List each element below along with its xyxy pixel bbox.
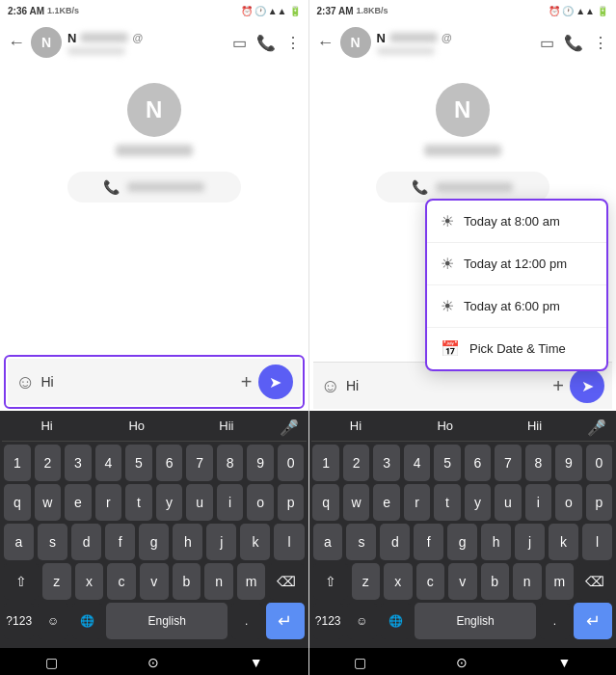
key-b-left[interactable]: b <box>173 563 201 600</box>
key-1-right[interactable]: 1 <box>312 445 338 481</box>
right-period-key[interactable]: . <box>540 603 570 639</box>
key-f-right[interactable]: f <box>414 524 443 560</box>
key-n-left[interactable]: n <box>204 563 233 600</box>
right-send-button[interactable]: ➤ <box>570 368 604 403</box>
key-y-right[interactable]: y <box>465 484 491 521</box>
key-u-left[interactable]: u <box>186 484 213 521</box>
left-back-gesture-icon[interactable]: ▼ <box>250 655 263 670</box>
right-shift-key[interactable]: ⇧ <box>313 563 348 600</box>
key-x-right[interactable]: x <box>384 563 413 600</box>
key-v-left[interactable]: v <box>140 563 169 600</box>
left-space-key[interactable]: English <box>106 603 228 639</box>
key-0-right[interactable]: 0 <box>586 445 612 481</box>
key-t-right[interactable]: t <box>434 484 460 521</box>
right-backspace-key[interactable]: ⌫ <box>577 563 612 600</box>
left-globe-key[interactable]: 🌐 <box>72 603 102 639</box>
key-s-left[interactable]: s <box>38 524 67 560</box>
key-n-right[interactable]: n <box>513 563 542 600</box>
key-e-left[interactable]: e <box>65 484 92 521</box>
schedule-item-6pm[interactable]: ☀ Today at 6:00 pm <box>427 285 606 328</box>
key-a-left[interactable]: a <box>4 524 34 560</box>
key-g-right[interactable]: g <box>447 524 477 560</box>
key-q-right[interactable]: q <box>312 484 338 521</box>
left-emoji-button[interactable]: ☺ <box>15 371 35 393</box>
key-a-right[interactable]: a <box>313 524 343 560</box>
schedule-item-pick-date[interactable]: 📅 Pick Date & Time <box>427 328 606 369</box>
key-6-left[interactable]: 6 <box>156 445 183 481</box>
key-0-left[interactable]: 0 <box>278 445 305 481</box>
key-l-right[interactable]: l <box>582 524 612 560</box>
key-1-left[interactable]: 1 <box>4 445 31 481</box>
suggestion-hi-left[interactable]: Hi <box>10 418 84 437</box>
left-square-icon[interactable]: ▢ <box>45 655 58 670</box>
key-3-right[interactable]: 3 <box>373 445 399 481</box>
key-2-right[interactable]: 2 <box>343 445 369 481</box>
key-r-left[interactable]: r <box>95 484 122 521</box>
suggestion-ho-left[interactable]: Ho <box>99 418 174 437</box>
left-symbols-key[interactable]: ?123 <box>4 603 34 639</box>
key-y-left[interactable]: y <box>156 484 183 521</box>
right-mic-icon[interactable]: 🎤 <box>587 418 606 437</box>
key-t-left[interactable]: t <box>125 484 152 521</box>
key-q-left[interactable]: q <box>4 484 31 521</box>
left-enter-key[interactable]: ↵ <box>266 603 305 639</box>
key-e-right[interactable]: e <box>373 484 399 521</box>
key-w-left[interactable]: w <box>35 484 62 521</box>
key-m-left[interactable]: m <box>237 563 266 600</box>
key-d-left[interactable]: d <box>71 524 101 560</box>
key-8-right[interactable]: 8 <box>525 445 551 481</box>
left-backspace-key[interactable]: ⌫ <box>269 563 304 600</box>
key-o-right[interactable]: o <box>555 484 581 521</box>
key-s-right[interactable]: s <box>346 524 376 560</box>
key-z-right[interactable]: z <box>352 563 381 600</box>
key-8-left[interactable]: 8 <box>217 445 244 481</box>
key-v-right[interactable]: v <box>448 563 477 600</box>
key-p-left[interactable]: p <box>278 484 305 521</box>
key-r-right[interactable]: r <box>404 484 430 521</box>
left-mic-icon[interactable]: 🎤 <box>280 418 299 437</box>
key-u-right[interactable]: u <box>495 484 521 521</box>
key-j-left[interactable]: j <box>206 524 236 560</box>
right-back-button[interactable]: ← <box>317 33 335 53</box>
left-emoji-key[interactable]: ☺ <box>38 603 67 639</box>
key-k-right[interactable]: k <box>549 524 578 560</box>
key-9-right[interactable]: 9 <box>555 445 581 481</box>
key-l-left[interactable]: l <box>274 524 304 560</box>
right-video-call-icon[interactable]: ▭ <box>540 34 554 52</box>
suggestion-hii-left[interactable]: Hii <box>189 418 263 437</box>
key-4-right[interactable]: 4 <box>404 445 430 481</box>
key-2-left[interactable]: 2 <box>35 445 62 481</box>
right-square-icon[interactable]: ▢ <box>354 655 366 670</box>
key-k-left[interactable]: k <box>240 524 270 560</box>
left-message-input[interactable]: Hi <box>40 374 234 390</box>
key-7-left[interactable]: 7 <box>186 445 213 481</box>
left-plus-button[interactable]: + <box>241 371 253 393</box>
right-emoji-button[interactable]: ☺ <box>321 375 340 397</box>
suggestion-ho-right[interactable]: Ho <box>408 418 482 437</box>
key-f-left[interactable]: f <box>105 524 135 560</box>
key-4-left[interactable]: 4 <box>95 445 122 481</box>
more-options-icon[interactable]: ⋮ <box>285 34 301 52</box>
key-g-left[interactable]: g <box>139 524 169 560</box>
right-back-gesture-icon[interactable]: ▼ <box>558 655 572 670</box>
right-message-input[interactable]: Hi <box>346 378 547 393</box>
right-space-key[interactable]: English <box>415 603 535 639</box>
schedule-item-8am[interactable]: ☀ Today at 8:00 am <box>427 201 606 243</box>
right-home-icon[interactable]: ⊙ <box>456 655 468 670</box>
suggestion-hi-right[interactable]: Hi <box>319 418 393 437</box>
key-9-left[interactable]: 9 <box>247 445 274 481</box>
right-globe-key[interactable]: 🌐 <box>381 603 411 639</box>
right-emoji-key[interactable]: ☺ <box>347 603 377 639</box>
key-m-right[interactable]: m <box>546 563 575 600</box>
right-symbols-key[interactable]: ?123 <box>313 603 343 639</box>
key-w-right[interactable]: w <box>343 484 369 521</box>
key-d-right[interactable]: d <box>380 524 410 560</box>
right-phone-call-icon[interactable]: 📞 <box>564 34 583 52</box>
right-plus-button[interactable]: + <box>552 375 564 397</box>
key-h-left[interactable]: h <box>173 524 202 560</box>
key-3-left[interactable]: 3 <box>65 445 92 481</box>
key-b-right[interactable]: b <box>481 563 510 600</box>
right-more-options-icon[interactable]: ⋮ <box>593 34 608 52</box>
left-period-key[interactable]: . <box>231 603 261 639</box>
key-j-right[interactable]: j <box>515 524 545 560</box>
